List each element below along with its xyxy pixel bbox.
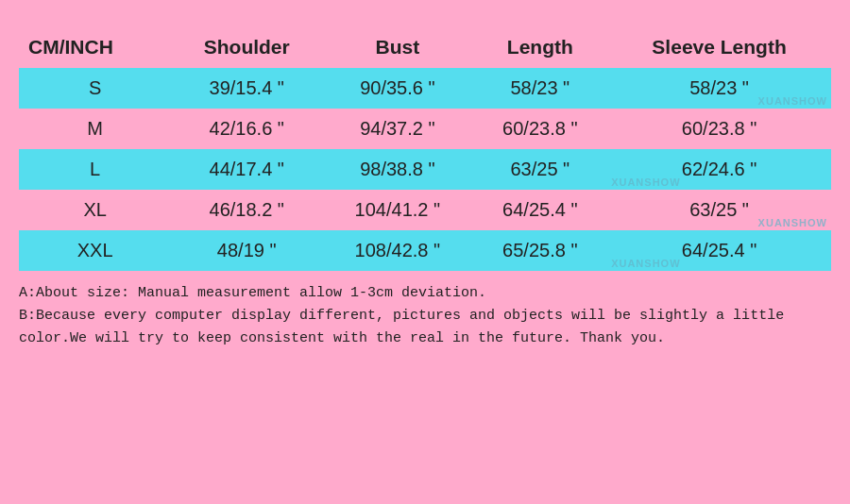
cell-1-2: 94/37.2 " (322, 109, 472, 149)
column-header-sleeve-length: Sleeve Length (607, 26, 831, 68)
notes-section: A:About size: Manual measurement allow 1… (19, 282, 831, 350)
cell-3-2: 104/41.2 " (322, 190, 472, 230)
cell-2-3: 63/25 " (473, 149, 608, 190)
cell-3-1: 46/18.2 " (171, 190, 322, 230)
watermark: XUANSHOW (611, 258, 680, 269)
cell-3-4: 63/25 "XUANSHOW (607, 190, 831, 230)
cell-3-3: 64/25.4 " (473, 190, 608, 230)
column-header-shoulder: Shoulder (171, 26, 322, 68)
table-row: XXL48/19 "108/42.8 "65/25.8 "64/25.4 "XU… (19, 230, 831, 271)
table-row: L44/17.4 "98/38.8 "63/25 "62/24.6 "XUANS… (19, 149, 831, 190)
cell-4-3: 65/25.8 " (473, 230, 608, 271)
note-1: B:Because every computer display differe… (19, 305, 831, 350)
cell-1-4: 60/23.8 " (607, 109, 831, 149)
watermark: XUANSHOW (758, 95, 827, 107)
table-header-row: CM/INCHShoulderBustLengthSleeve Length (19, 26, 831, 68)
cell-4-1: 48/19 " (171, 230, 322, 271)
cell-3-0: XL (19, 190, 171, 230)
cell-0-2: 90/35.6 " (322, 68, 472, 109)
column-header-cm/inch: CM/INCH (19, 26, 171, 68)
table-row: M42/16.6 "94/37.2 "60/23.8 "60/23.8 " (19, 109, 831, 149)
cell-1-0: M (19, 109, 171, 149)
cell-4-0: XXL (19, 230, 171, 271)
column-header-length: Length (473, 26, 608, 68)
cell-4-2: 108/42.8 " (322, 230, 472, 271)
cell-0-4: 58/23 "XUANSHOW (607, 68, 831, 109)
cell-2-2: 98/38.8 " (322, 149, 472, 190)
cell-1-1: 42/16.6 " (171, 109, 322, 149)
table-row: XL46/18.2 "104/41.2 "64/25.4 "63/25 "XUA… (19, 190, 831, 230)
column-header-bust: Bust (322, 26, 472, 68)
cell-0-1: 39/15.4 " (171, 68, 322, 109)
watermark: XUANSHOW (611, 176, 680, 188)
table-row: S39/15.4 "90/35.6 "58/23 "58/23 "XUANSHO… (19, 68, 831, 109)
note-0: A:About size: Manual measurement allow 1… (19, 282, 831, 305)
cell-0-0: S (19, 68, 171, 109)
cell-2-4: 62/24.6 "XUANSHOW (607, 149, 831, 190)
watermark: XUANSHOW (758, 217, 827, 228)
cell-2-0: L (19, 149, 171, 190)
cell-1-3: 60/23.8 " (473, 109, 608, 149)
cell-2-1: 44/17.4 " (171, 149, 322, 190)
size-chart-table: CM/INCHShoulderBustLengthSleeve Length S… (19, 26, 831, 271)
cell-0-3: 58/23 " (473, 68, 608, 109)
cell-4-4: 64/25.4 "XUANSHOW (607, 230, 831, 271)
